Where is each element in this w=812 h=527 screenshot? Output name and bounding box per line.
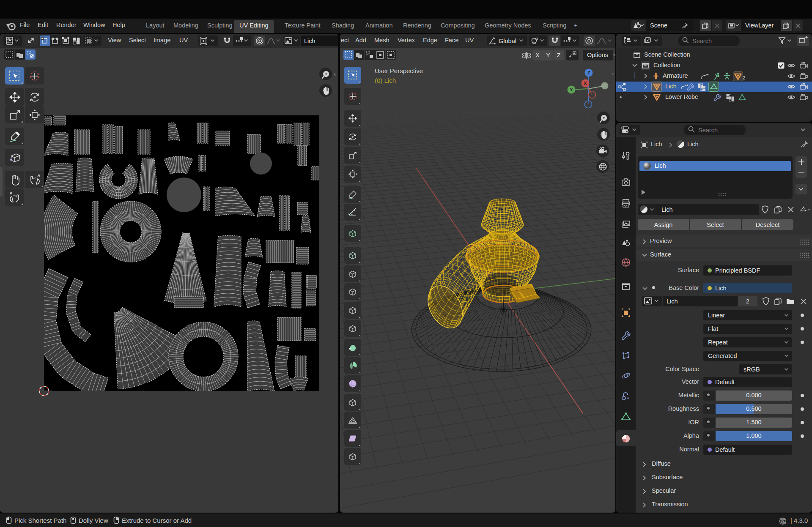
svg-text:Global: Global [499, 38, 516, 44]
